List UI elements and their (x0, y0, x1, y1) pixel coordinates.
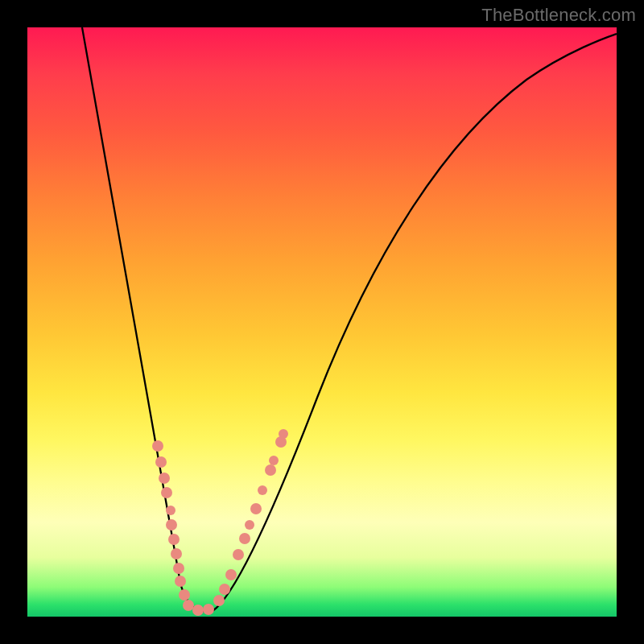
data-point (258, 485, 267, 495)
data-points (152, 429, 288, 616)
data-point (233, 549, 244, 560)
data-point (245, 520, 254, 530)
data-point (179, 589, 190, 601)
data-point (183, 600, 194, 611)
data-point (203, 604, 214, 615)
data-point (279, 429, 288, 439)
chart-svg (27, 27, 617, 617)
data-point (213, 595, 225, 606)
data-point (250, 503, 262, 514)
chart-frame: TheBottleneck.com (0, 0, 644, 644)
data-point (173, 563, 184, 574)
data-point (192, 605, 204, 616)
bottleneck-curve (82, 27, 617, 612)
data-point (225, 569, 237, 580)
data-point (166, 519, 177, 530)
watermark-text: TheBottleneck.com (481, 5, 636, 26)
data-point (168, 534, 180, 545)
data-point (155, 456, 167, 468)
data-point (239, 533, 250, 544)
data-point (159, 473, 170, 484)
data-point (219, 584, 230, 595)
data-point (161, 487, 172, 498)
data-point (166, 506, 175, 515)
data-point (265, 464, 276, 476)
data-point (175, 576, 186, 587)
data-point (152, 440, 163, 452)
data-point (269, 456, 279, 465)
data-point (171, 548, 182, 559)
plot-area (27, 27, 617, 617)
